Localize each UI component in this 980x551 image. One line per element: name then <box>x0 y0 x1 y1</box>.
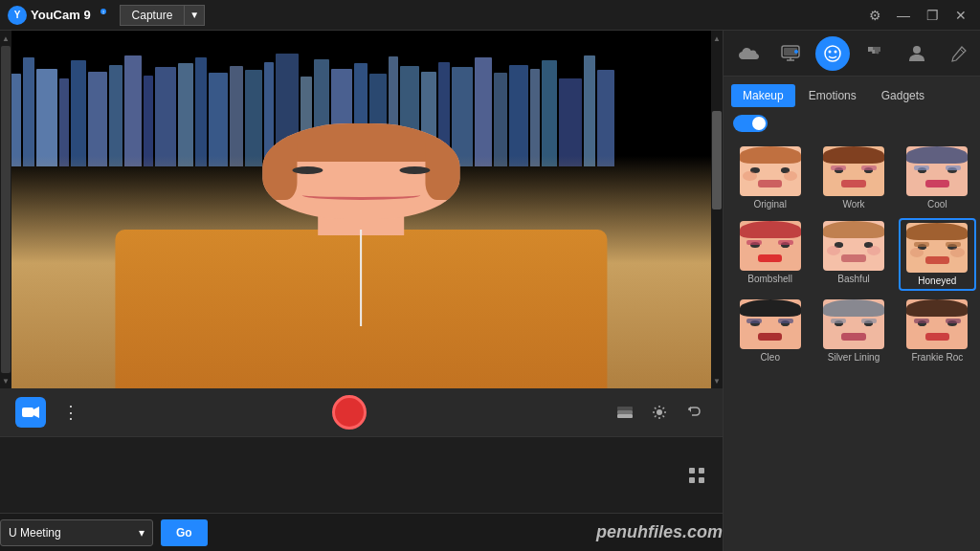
makeup-frankie-roc-label: Frankie Roc <box>911 352 963 363</box>
undo-button[interactable] <box>680 399 707 426</box>
makeup-work-thumb <box>823 146 884 196</box>
more-options-button[interactable]: ⋮ <box>56 397 86 428</box>
right-panel: Makeup Emotions Gadgets Or <box>723 31 980 551</box>
makeup-bombshell-thumb <box>740 221 801 271</box>
makeup-honeyed[interactable]: Honeyed <box>899 218 976 291</box>
right-controls <box>612 399 707 426</box>
makeup-cleo[interactable]: Cleo <box>731 297 809 365</box>
capture-button[interactable]: Capture <box>120 5 185 26</box>
right-scroll-down[interactable]: ▼ <box>711 373 723 388</box>
svg-rect-4 <box>617 414 633 418</box>
meeting-label: U Meeting <box>9 526 61 540</box>
minimize-button[interactable]: — <box>892 4 915 27</box>
svg-rect-2 <box>22 408 33 417</box>
scroll-up[interactable]: ▲ <box>0 31 11 46</box>
watermark: penuhfiles.com <box>596 522 723 542</box>
makeup-cool-thumb <box>906 146 968 196</box>
svg-point-28 <box>835 50 837 53</box>
window-controls: ⚙ — ❐ ✕ <box>863 4 972 27</box>
restore-button[interactable]: ❐ <box>921 4 944 27</box>
right-scroll-up[interactable]: ▲ <box>711 31 723 46</box>
makeup-toggle[interactable] <box>733 115 768 132</box>
video-controls: ⋮ <box>0 388 723 436</box>
tab-emotions[interactable]: Emotions <box>797 84 868 107</box>
left-panel: ▲ ▼ ▲ ▼ ⋮ <box>0 31 723 551</box>
svg-rect-20 <box>699 477 704 483</box>
makeup-original-thumb <box>740 146 801 196</box>
brightness-button[interactable] <box>646 399 673 426</box>
app-icon: Y <box>8 6 27 25</box>
makeup-original[interactable]: Original <box>731 143 809 212</box>
makeup-silver-lining[interactable]: Silver Lining <box>814 297 892 365</box>
svg-rect-17 <box>689 468 695 474</box>
tab-gadgets[interactable]: Gadgets <box>870 84 936 107</box>
svg-rect-5 <box>617 410 633 414</box>
scroll-thumb[interactable] <box>1 46 11 373</box>
settings-button[interactable]: ⚙ <box>863 4 886 27</box>
makeup-bashful-thumb <box>823 221 884 271</box>
makeup-silver-lining-label: Silver Lining <box>828 352 880 363</box>
makeup-bombshell-label: Bombshell <box>747 274 792 284</box>
tab-makeup[interactable]: Makeup <box>731 84 795 107</box>
makeup-honeyed-label: Honeyed <box>918 276 956 286</box>
makeup-cleo-thumb <box>740 299 801 349</box>
cloud-button[interactable] <box>731 36 766 71</box>
makeup-cool-label: Cool <box>927 199 947 209</box>
woman-eye-right <box>400 166 431 174</box>
makeup-grid: Original Work <box>724 140 980 551</box>
title-bar: Y YouCam 9 ! Capture ▼ ⚙ — ❐ ✕ <box>0 0 980 31</box>
video-area: ▲ ▼ ▲ ▼ <box>0 31 723 388</box>
right-scroll-thumb[interactable] <box>712 111 722 209</box>
close-button[interactable]: ✕ <box>949 4 972 27</box>
svg-rect-18 <box>699 468 704 474</box>
makeup-work-label: Work <box>842 199 864 209</box>
makeup-honeyed-thumb <box>906 223 968 273</box>
earphones <box>361 230 363 326</box>
right-scroll-track <box>711 46 723 373</box>
pen-button[interactable] <box>942 36 976 71</box>
scroll-track <box>0 46 11 373</box>
bottom-bar <box>0 436 723 513</box>
makeup-frankie-roc[interactable]: Frankie Roc <box>899 297 976 365</box>
tab-bar: Makeup Emotions Gadgets <box>724 77 980 107</box>
woman-eyes <box>293 166 431 174</box>
svg-rect-6 <box>617 407 633 410</box>
app-logo: Y YouCam 9 ! <box>8 6 108 25</box>
makeup-bombshell[interactable]: Bombshell <box>731 218 809 291</box>
notification-icon: ! <box>95 9 108 22</box>
makeup-frankie-roc-thumb <box>906 299 968 349</box>
woman-figure <box>55 84 669 388</box>
svg-line-30 <box>960 49 964 53</box>
scroll-down[interactable]: ▼ <box>0 373 11 388</box>
top-icon-bar <box>724 31 980 77</box>
makeup-work[interactable]: Work <box>814 143 892 212</box>
grid-button[interactable] <box>682 461 711 490</box>
monitor-icon-button[interactable] <box>773 36 808 71</box>
right-scroll: ▲ ▼ <box>711 31 723 388</box>
layers-button[interactable] <box>612 399 638 426</box>
svg-point-26 <box>825 46 840 61</box>
woman-eye-left <box>293 166 323 174</box>
svg-line-15 <box>655 416 657 418</box>
svg-point-27 <box>829 50 832 53</box>
woman-smile <box>302 190 420 200</box>
camera-button[interactable] <box>15 397 46 428</box>
person-button[interactable] <box>900 36 934 71</box>
makeup-silver-lining-thumb <box>823 299 884 349</box>
go-button[interactable]: Go <box>161 519 208 546</box>
svg-line-13 <box>663 416 665 418</box>
capture-arrow-button[interactable]: ▼ <box>184 5 205 26</box>
makeup-original-label: Original <box>753 199 786 209</box>
makeup-cool[interactable]: Cool <box>899 143 976 212</box>
svg-rect-19 <box>689 477 695 483</box>
record-button[interactable] <box>332 395 367 430</box>
svg-point-29 <box>913 46 921 54</box>
face-effects-button[interactable] <box>815 36 850 71</box>
main-content: ▲ ▼ ▲ ▼ ⋮ <box>0 31 980 551</box>
makeup-bashful[interactable]: Bashful <box>814 218 892 291</box>
puzzle-button[interactable] <box>858 36 892 71</box>
capture-dropdown[interactable]: Capture ▼ <box>120 5 206 26</box>
svg-marker-3 <box>33 407 39 418</box>
meeting-select[interactable]: U Meeting ▾ <box>0 519 153 546</box>
makeup-cleo-label: Cleo <box>760 352 780 363</box>
